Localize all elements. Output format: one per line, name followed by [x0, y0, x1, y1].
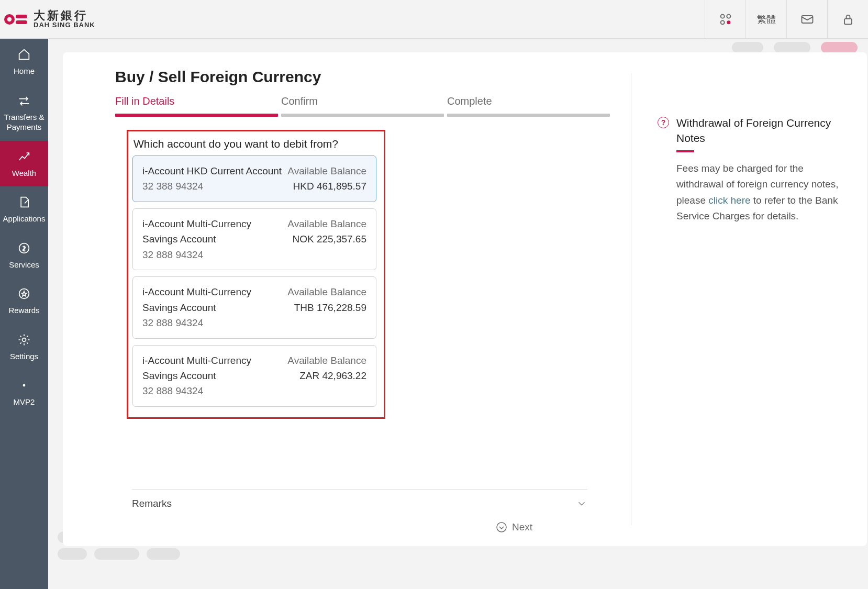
account-number: 32 388 94324: [142, 179, 287, 194]
svg-rect-2: [16, 15, 27, 18]
step-label: Confirm: [281, 95, 444, 110]
bank-logo: 大新銀行 DAH SING BANK: [0, 10, 95, 28]
lock-icon[interactable]: [827, 0, 868, 38]
account-number: 32 888 94324: [142, 315, 287, 330]
svg-point-14: [497, 523, 506, 532]
account-name: i-Account HKD Current Account: [142, 163, 287, 179]
account-option[interactable]: i-Account Multi-Currency Savings Account…: [132, 345, 376, 407]
logo-text-en: DAH SING BANK: [34, 21, 95, 28]
sidebar-item-label: Rewards: [8, 305, 39, 316]
svg-point-4: [720, 14, 724, 18]
balance-label: Available Balance: [287, 353, 366, 368]
sidebar-item-rewards[interactable]: Rewards: [0, 278, 48, 324]
sidebar-item-transfers[interactable]: Transfers & Payments: [0, 85, 48, 141]
logo-text-cn: 大新銀行: [34, 10, 95, 21]
account-option[interactable]: i-Account Multi-Currency Savings Account…: [132, 208, 376, 270]
sidebar-item-label: Applications: [3, 214, 46, 224]
sidebar-item-applications[interactable]: Applications: [0, 186, 48, 232]
account-name: i-Account Multi-Currency Savings Account: [142, 353, 287, 384]
chart-icon: [17, 149, 31, 164]
svg-point-12: [23, 338, 26, 341]
sidebar-item-settings[interactable]: Settings: [0, 324, 48, 370]
sidebar-item-label: MVP2: [14, 397, 35, 407]
account-number: 32 888 94324: [142, 247, 287, 262]
gear-icon: [17, 332, 31, 347]
doc-edit-icon: [17, 195, 31, 209]
chevron-down-icon: [576, 498, 587, 509]
step-label: Fill in Details: [115, 95, 278, 110]
transfer-icon: [17, 93, 31, 108]
account-name: i-Account Multi-Currency Savings Account: [142, 216, 287, 247]
account-option[interactable]: i-Account Multi-Currency Savings Account…: [132, 276, 376, 338]
balance-value: ZAR 42,963.22: [287, 368, 366, 383]
svg-point-6: [720, 20, 724, 24]
sidebar-item-label: Transfers & Payments: [2, 112, 46, 132]
balance-label: Available Balance: [287, 216, 366, 231]
sidebar-item-home[interactable]: Home: [0, 39, 48, 85]
sidebar-item-label: Wealth: [12, 168, 36, 179]
next-button[interactable]: Next: [495, 521, 532, 534]
sidebar-item-wealth[interactable]: Wealth: [0, 141, 48, 187]
mail-icon[interactable]: [786, 0, 827, 38]
step-indicator: Fill in Details Confirm Complete: [115, 95, 610, 117]
account-list[interactable]: i-Account HKD Current Account32 388 9432…: [132, 155, 380, 413]
svg-point-1: [7, 17, 12, 21]
svg-point-5: [727, 14, 730, 18]
sidebar-item-label: Services: [9, 260, 39, 270]
info-body: Fees may be charged for the withdrawal o…: [658, 161, 846, 225]
language-toggle[interactable]: 繁體: [745, 0, 786, 38]
balance-label: Available Balance: [287, 163, 366, 179]
page-title: Buy / Sell Foreign Currency: [115, 68, 610, 86]
remarks-label: Remarks: [132, 498, 172, 509]
sidebar-item-services[interactable]: Services: [0, 232, 48, 279]
sidebar-item-label: Settings: [10, 351, 38, 362]
dot-icon: [17, 378, 31, 393]
balance-value: THB 176,228.59: [287, 300, 366, 315]
remarks-toggle[interactable]: Remarks: [132, 489, 587, 509]
sidebar-item-label: Home: [14, 66, 35, 76]
help-icon: ?: [658, 117, 669, 128]
logo-icon: [3, 12, 28, 27]
step-label: Complete: [447, 95, 610, 110]
sidebar: Home Transfers & Payments Wealth Applica…: [0, 39, 48, 589]
svg-rect-3: [16, 20, 27, 24]
svg-rect-9: [844, 18, 852, 24]
dollar-circle-icon: [17, 241, 31, 255]
select-label: Which account do you want to debit from?: [133, 138, 380, 150]
info-link[interactable]: click here: [708, 195, 750, 206]
step-fill-details: Fill in Details: [115, 95, 278, 117]
step-complete: Complete: [447, 95, 610, 117]
chevron-circle-down-icon: [495, 521, 508, 534]
svg-rect-8: [802, 16, 813, 23]
balance-value: HKD 461,895.57: [287, 179, 366, 194]
next-label: Next: [512, 521, 532, 533]
account-number: 32 888 94324: [142, 383, 287, 398]
star-circle-icon: [17, 286, 31, 301]
svg-point-13: [23, 384, 25, 386]
info-title: Withdrawal of Foreign Currency Notes: [676, 115, 846, 146]
balance-value: NOK 225,357.65: [287, 231, 366, 247]
apps-icon[interactable]: [705, 0, 745, 38]
sidebar-item-mvp2[interactable]: MVP2: [0, 370, 48, 416]
account-name: i-Account Multi-Currency Savings Account: [142, 284, 287, 315]
balance-label: Available Balance: [287, 284, 366, 299]
debit-account-selector: Which account do you want to debit from?…: [127, 130, 385, 419]
step-confirm: Confirm: [281, 95, 444, 117]
svg-point-7: [727, 20, 730, 24]
home-icon: [17, 47, 31, 62]
account-option[interactable]: i-Account HKD Current Account32 388 9432…: [132, 155, 376, 202]
